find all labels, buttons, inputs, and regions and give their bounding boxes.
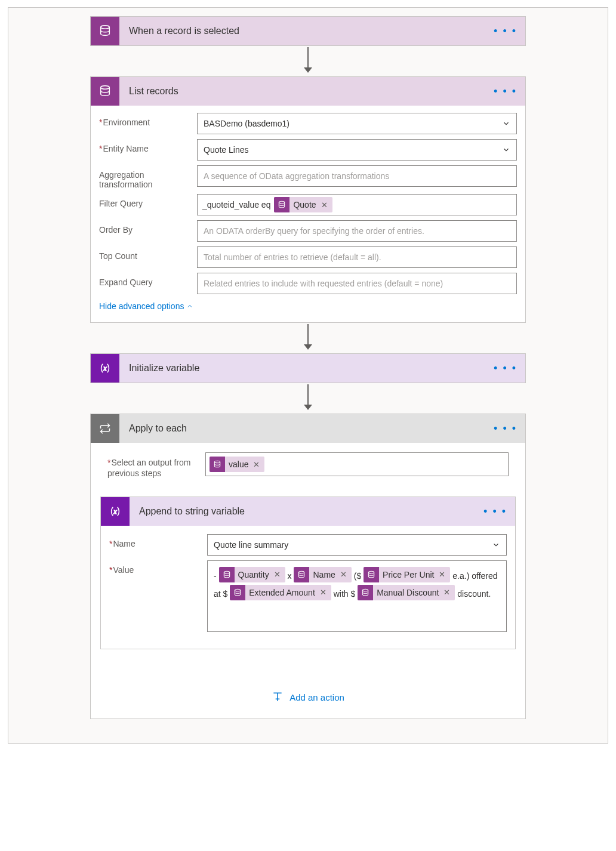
label-name: Name [109,534,207,548]
chevron-up-icon [186,303,193,310]
svg-point-0 [101,26,110,29]
flow-arrow [304,384,312,410]
step-menu-button[interactable]: • • • [494,423,517,435]
database-icon [210,457,225,472]
label-expand: Expand Query [99,273,197,287]
token-remove-icon[interactable]: ✕ [442,585,455,600]
svg-point-2 [279,201,285,204]
aggregation-input[interactable] [197,165,517,187]
database-icon [358,585,373,600]
label-orderby: Order By [99,220,197,235]
svg-text:x: x [113,508,117,515]
step-menu-button[interactable]: • • • [494,85,517,98]
label-aggregation: Aggregation transformation [99,165,197,189]
token-remove-icon[interactable]: ✕ [339,567,352,582]
svg-point-4 [214,461,220,463]
step-append-string[interactable]: x Append to string variable • • • Name Q… [100,497,516,649]
label-select-output: Select an output from previous steps [107,452,205,479]
variable-icon: x [91,354,119,383]
environment-select[interactable]: BASDemo (basdemo1) [197,113,517,134]
variable-name-select[interactable]: Quote line summary [207,534,507,556]
step-menu-button[interactable]: • • • [483,505,507,518]
step-menu-button[interactable]: • • • [494,362,517,375]
loop-icon [91,414,119,443]
entity-select[interactable]: Quote Lines [197,139,517,161]
token-value[interactable]: value ✕ [210,457,264,472]
svg-point-10 [362,590,368,592]
chevron-down-icon [502,146,510,154]
svg-point-7 [299,572,304,574]
label-topcount: Top Count [99,246,197,261]
database-icon [91,77,119,106]
svg-text:x: x [103,365,107,372]
filter-query-input[interactable]: _quoteid_value eq Quote ✕ [197,194,517,215]
step-menu-button[interactable]: • • • [494,25,517,38]
token-remove-icon[interactable]: ✕ [320,201,332,209]
chevron-down-icon [492,541,500,549]
token-quantity[interactable]: Quantity✕ [219,567,285,582]
token-remove-icon[interactable]: ✕ [438,567,450,582]
database-icon [91,17,119,45]
step-title: Append to string variable [130,506,483,517]
select-output-input[interactable]: value ✕ [205,452,509,476]
step-trigger[interactable]: When a record is selected • • • [90,16,526,46]
database-icon [230,585,245,600]
step-title: Initialize variable [119,363,494,374]
step-title: Apply to each [119,423,494,434]
step-apply-to-each[interactable]: Apply to each • • • Select an output fro… [90,414,526,719]
step-initialize-variable[interactable]: x Initialize variable • • • [90,353,526,383]
svg-point-8 [368,572,374,574]
label-value: Value [109,560,207,575]
svg-point-1 [101,86,110,90]
label-environment: Environment [99,113,197,127]
database-icon [364,567,379,582]
chevron-down-icon [502,119,510,128]
label-entity: Entity Name [99,139,197,153]
token-extended-amount[interactable]: Extended Amount✕ [230,585,331,600]
variable-icon: x [101,497,130,526]
database-icon [274,197,289,212]
add-action-button[interactable]: Add an action [272,691,344,703]
expand-input[interactable] [197,273,517,294]
token-price-per-unit[interactable]: Price Per Unit✕ [364,567,450,582]
add-action-icon [272,691,284,703]
hide-advanced-link[interactable]: Hide advanced options [99,301,193,311]
step-title: When a record is selected [119,26,494,36]
value-input[interactable]: - Quantity✕ x Name✕ ($ Price Per Unit✕ e… [207,560,507,632]
orderby-input[interactable] [197,220,517,242]
database-icon [219,567,235,582]
token-name[interactable]: Name✕ [294,567,351,582]
step-title: List records [119,86,494,97]
token-manual-discount[interactable]: Manual Discount✕ [358,585,455,600]
database-icon [294,567,309,582]
token-remove-icon[interactable]: ✕ [273,567,285,582]
token-remove-icon[interactable]: ✕ [319,585,331,600]
token-remove-icon[interactable]: ✕ [252,460,264,469]
svg-point-9 [235,590,241,592]
flow-arrow [304,324,312,350]
token-quote[interactable]: Quote ✕ [274,197,332,212]
label-filter: Filter Query [99,194,197,208]
step-list-records[interactable]: List records • • • Environment BASDemo (… [90,76,526,323]
svg-point-6 [224,572,229,574]
flow-arrow [304,47,312,73]
topcount-input[interactable] [197,246,517,268]
